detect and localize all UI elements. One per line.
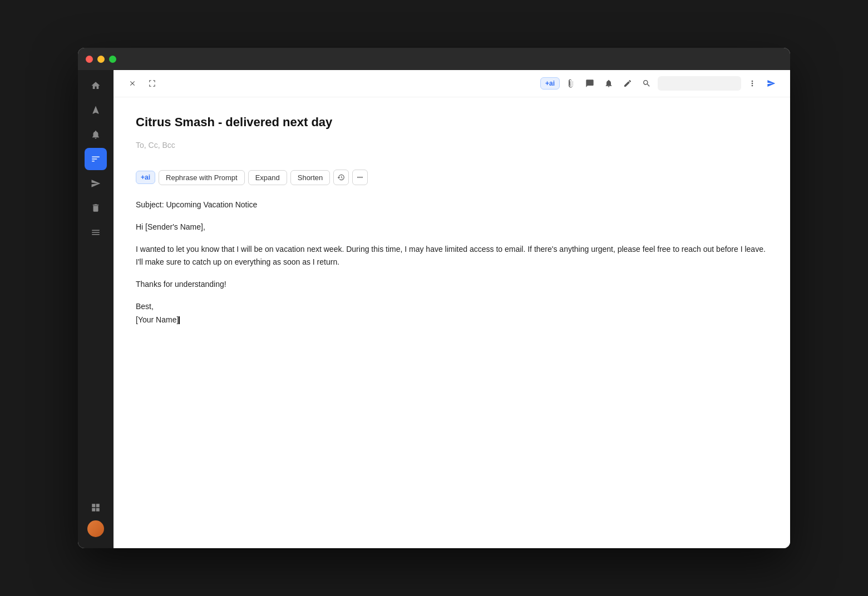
paper-plane-icon xyxy=(91,178,101,188)
sidebar-item-grid[interactable] xyxy=(87,499,104,516)
more-ai-button[interactable] xyxy=(352,170,368,185)
sidebar-item-trash[interactable] xyxy=(85,197,107,219)
email-signoff-text: Best, xyxy=(136,302,154,311)
text-cursor xyxy=(179,316,180,324)
sidebar-item-notifications[interactable] xyxy=(85,123,107,146)
sidebar xyxy=(78,70,114,548)
email-greeting: Hi [Sender's Name], xyxy=(136,221,768,234)
email-name: [Your Name] xyxy=(136,315,180,324)
ellipsis-icon xyxy=(356,173,364,181)
sidebar-item-drafts[interactable] xyxy=(85,172,107,195)
email-body[interactable]: Subject: Upcoming Vacation Notice Hi [Se… xyxy=(136,198,768,327)
main-content: +ai xyxy=(114,70,790,548)
signature-icon xyxy=(623,79,632,88)
ai-action-bar: +ai Rephrase with Prompt Expand Shorten xyxy=(136,170,768,185)
remind-button[interactable] xyxy=(601,76,617,91)
email-subject-line: Subject: Upcoming Vacation Notice xyxy=(136,198,768,212)
title-bar xyxy=(78,48,790,70)
search-button[interactable] xyxy=(639,76,654,91)
search-icon xyxy=(642,79,651,88)
rephrase-with-prompt-button[interactable]: Rephrase with Prompt xyxy=(159,170,245,185)
navigation-icon xyxy=(91,105,101,115)
search-bar[interactable] xyxy=(658,76,741,91)
compose-icon xyxy=(91,154,101,164)
email-header-toolbar: +ai xyxy=(114,70,790,97)
x-icon xyxy=(129,80,136,87)
sidebar-item-home[interactable] xyxy=(85,74,107,97)
reminder-bell-icon xyxy=(604,79,613,88)
home-icon xyxy=(91,81,101,91)
grid-icon xyxy=(91,503,101,513)
send-icon xyxy=(767,79,776,88)
trash-icon xyxy=(91,203,101,213)
minimize-button[interactable] xyxy=(97,56,105,63)
attachment-button[interactable] xyxy=(563,76,579,91)
email-closing: Thanks for understanding! xyxy=(136,278,768,291)
send-button[interactable] xyxy=(763,76,779,91)
mac-window: +ai xyxy=(78,48,790,548)
ai-toolbar-badge[interactable]: +ai xyxy=(540,77,560,90)
shorten-button[interactable]: Shorten xyxy=(290,170,331,185)
email-subject: Citrus Smash - delivered next day xyxy=(136,115,768,130)
sidebar-item-compose[interactable] xyxy=(85,148,107,170)
app-body: +ai xyxy=(78,70,790,548)
traffic-lights xyxy=(86,56,116,63)
email-compose-area[interactable]: Citrus Smash - delivered next day To, Cc… xyxy=(114,97,790,548)
more-vert-icon xyxy=(748,79,757,88)
paperclip-icon xyxy=(566,79,575,88)
history-button[interactable] xyxy=(333,170,349,185)
bell-icon xyxy=(91,130,101,140)
more-options-button[interactable] xyxy=(744,76,760,91)
toolbar-left xyxy=(125,76,160,91)
signature-button[interactable] xyxy=(620,76,635,91)
ai-badge-label: +ai xyxy=(545,80,555,87)
sidebar-bottom xyxy=(87,499,104,544)
expand-button[interactable]: Expand xyxy=(248,170,287,185)
email-signoff: Best, [Your Name] xyxy=(136,300,768,327)
expand-icon xyxy=(149,80,156,87)
expand-window-button[interactable] xyxy=(145,76,160,91)
user-avatar[interactable] xyxy=(87,520,104,537)
menu-icon xyxy=(91,227,101,237)
sidebar-item-send[interactable] xyxy=(85,99,107,121)
close-button[interactable] xyxy=(86,56,93,63)
close-compose-button[interactable] xyxy=(125,76,140,91)
ai-action-badge[interactable]: +ai xyxy=(136,171,155,184)
note-icon xyxy=(585,79,594,88)
email-paragraph1: I wanted to let you know that I will be … xyxy=(136,243,768,270)
maximize-button[interactable] xyxy=(109,56,116,63)
history-icon xyxy=(337,173,345,181)
toolbar-right: +ai xyxy=(540,76,779,91)
sidebar-top xyxy=(85,74,107,499)
note-button[interactable] xyxy=(582,76,598,91)
sidebar-item-more[interactable] xyxy=(85,221,107,244)
email-recipients-field[interactable]: To, Cc, Bcc xyxy=(136,141,768,158)
